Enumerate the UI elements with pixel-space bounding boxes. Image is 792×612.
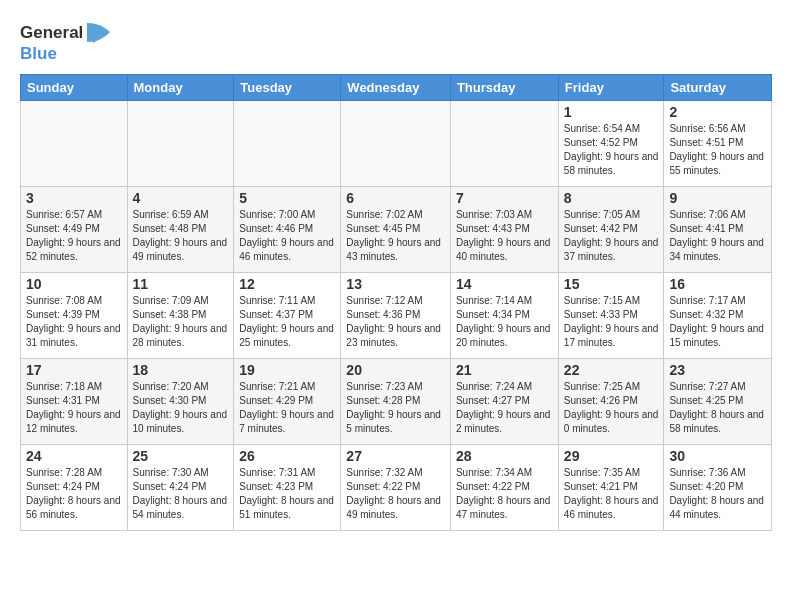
calendar-header-row: Sunday Monday Tuesday Wednesday Thursday… (21, 75, 772, 101)
col-monday: Monday (127, 75, 234, 101)
day-info: Sunrise: 7:31 AMSunset: 4:23 PMDaylight:… (239, 466, 335, 522)
day-number: 13 (346, 276, 445, 292)
day-info: Sunrise: 7:08 AMSunset: 4:39 PMDaylight:… (26, 294, 122, 350)
calendar-cell: 15Sunrise: 7:15 AMSunset: 4:33 PMDayligh… (558, 273, 664, 359)
calendar-cell: 13Sunrise: 7:12 AMSunset: 4:36 PMDayligh… (341, 273, 451, 359)
calendar-cell: 24Sunrise: 7:28 AMSunset: 4:24 PMDayligh… (21, 445, 128, 531)
day-info: Sunrise: 7:32 AMSunset: 4:22 PMDaylight:… (346, 466, 445, 522)
calendar-cell: 11Sunrise: 7:09 AMSunset: 4:38 PMDayligh… (127, 273, 234, 359)
day-info: Sunrise: 7:28 AMSunset: 4:24 PMDaylight:… (26, 466, 122, 522)
day-info: Sunrise: 7:15 AMSunset: 4:33 PMDaylight:… (564, 294, 659, 350)
calendar-week-row: 17Sunrise: 7:18 AMSunset: 4:31 PMDayligh… (21, 359, 772, 445)
calendar-week-row: 1Sunrise: 6:54 AMSunset: 4:52 PMDaylight… (21, 101, 772, 187)
day-number: 12 (239, 276, 335, 292)
day-number: 15 (564, 276, 659, 292)
calendar-wrapper: Sunday Monday Tuesday Wednesday Thursday… (0, 74, 792, 531)
logo: General Blue (20, 18, 115, 64)
calendar-cell: 1Sunrise: 6:54 AMSunset: 4:52 PMDaylight… (558, 101, 664, 187)
day-number: 10 (26, 276, 122, 292)
calendar-cell (234, 101, 341, 187)
calendar-cell: 21Sunrise: 7:24 AMSunset: 4:27 PMDayligh… (450, 359, 558, 445)
day-number: 9 (669, 190, 766, 206)
calendar-cell (450, 101, 558, 187)
calendar-cell: 7Sunrise: 7:03 AMSunset: 4:43 PMDaylight… (450, 187, 558, 273)
logo-text-line1: General (20, 23, 83, 43)
day-number: 29 (564, 448, 659, 464)
day-number: 19 (239, 362, 335, 378)
day-number: 22 (564, 362, 659, 378)
day-info: Sunrise: 6:59 AMSunset: 4:48 PMDaylight:… (133, 208, 229, 264)
col-friday: Friday (558, 75, 664, 101)
day-number: 5 (239, 190, 335, 206)
calendar-cell (21, 101, 128, 187)
day-info: Sunrise: 6:54 AMSunset: 4:52 PMDaylight:… (564, 122, 659, 178)
col-wednesday: Wednesday (341, 75, 451, 101)
day-number: 2 (669, 104, 766, 120)
day-number: 25 (133, 448, 229, 464)
day-number: 26 (239, 448, 335, 464)
day-info: Sunrise: 7:36 AMSunset: 4:20 PMDaylight:… (669, 466, 766, 522)
day-number: 4 (133, 190, 229, 206)
day-number: 24 (26, 448, 122, 464)
day-number: 28 (456, 448, 553, 464)
col-sunday: Sunday (21, 75, 128, 101)
day-number: 11 (133, 276, 229, 292)
logo-arrow-icon (85, 18, 115, 48)
calendar-cell: 23Sunrise: 7:27 AMSunset: 4:25 PMDayligh… (664, 359, 772, 445)
calendar-cell: 27Sunrise: 7:32 AMSunset: 4:22 PMDayligh… (341, 445, 451, 531)
calendar-cell: 17Sunrise: 7:18 AMSunset: 4:31 PMDayligh… (21, 359, 128, 445)
day-number: 7 (456, 190, 553, 206)
calendar-cell: 6Sunrise: 7:02 AMSunset: 4:45 PMDaylight… (341, 187, 451, 273)
day-info: Sunrise: 7:18 AMSunset: 4:31 PMDaylight:… (26, 380, 122, 436)
day-info: Sunrise: 7:14 AMSunset: 4:34 PMDaylight:… (456, 294, 553, 350)
calendar-cell: 26Sunrise: 7:31 AMSunset: 4:23 PMDayligh… (234, 445, 341, 531)
col-saturday: Saturday (664, 75, 772, 101)
calendar-cell: 29Sunrise: 7:35 AMSunset: 4:21 PMDayligh… (558, 445, 664, 531)
page-header: General Blue (0, 0, 792, 74)
day-number: 17 (26, 362, 122, 378)
calendar-cell: 25Sunrise: 7:30 AMSunset: 4:24 PMDayligh… (127, 445, 234, 531)
day-info: Sunrise: 7:27 AMSunset: 4:25 PMDaylight:… (669, 380, 766, 436)
col-tuesday: Tuesday (234, 75, 341, 101)
day-info: Sunrise: 7:05 AMSunset: 4:42 PMDaylight:… (564, 208, 659, 264)
calendar-cell: 10Sunrise: 7:08 AMSunset: 4:39 PMDayligh… (21, 273, 128, 359)
calendar-cell: 28Sunrise: 7:34 AMSunset: 4:22 PMDayligh… (450, 445, 558, 531)
day-number: 30 (669, 448, 766, 464)
day-info: Sunrise: 7:17 AMSunset: 4:32 PMDaylight:… (669, 294, 766, 350)
calendar-week-row: 3Sunrise: 6:57 AMSunset: 4:49 PMDaylight… (21, 187, 772, 273)
logo-text-line2: Blue (20, 44, 57, 64)
day-info: Sunrise: 7:03 AMSunset: 4:43 PMDaylight:… (456, 208, 553, 264)
day-info: Sunrise: 7:21 AMSunset: 4:29 PMDaylight:… (239, 380, 335, 436)
day-number: 8 (564, 190, 659, 206)
day-number: 21 (456, 362, 553, 378)
day-info: Sunrise: 7:02 AMSunset: 4:45 PMDaylight:… (346, 208, 445, 264)
day-info: Sunrise: 7:24 AMSunset: 4:27 PMDaylight:… (456, 380, 553, 436)
calendar-cell: 5Sunrise: 7:00 AMSunset: 4:46 PMDaylight… (234, 187, 341, 273)
calendar-week-row: 10Sunrise: 7:08 AMSunset: 4:39 PMDayligh… (21, 273, 772, 359)
day-number: 16 (669, 276, 766, 292)
day-info: Sunrise: 6:57 AMSunset: 4:49 PMDaylight:… (26, 208, 122, 264)
day-number: 14 (456, 276, 553, 292)
day-info: Sunrise: 7:23 AMSunset: 4:28 PMDaylight:… (346, 380, 445, 436)
calendar-table: Sunday Monday Tuesday Wednesday Thursday… (20, 74, 772, 531)
day-number: 27 (346, 448, 445, 464)
day-number: 3 (26, 190, 122, 206)
calendar-cell (127, 101, 234, 187)
calendar-cell: 2Sunrise: 6:56 AMSunset: 4:51 PMDaylight… (664, 101, 772, 187)
day-info: Sunrise: 7:34 AMSunset: 4:22 PMDaylight:… (456, 466, 553, 522)
day-info: Sunrise: 6:56 AMSunset: 4:51 PMDaylight:… (669, 122, 766, 178)
day-info: Sunrise: 7:11 AMSunset: 4:37 PMDaylight:… (239, 294, 335, 350)
day-info: Sunrise: 7:09 AMSunset: 4:38 PMDaylight:… (133, 294, 229, 350)
day-info: Sunrise: 7:30 AMSunset: 4:24 PMDaylight:… (133, 466, 229, 522)
day-number: 20 (346, 362, 445, 378)
calendar-cell: 8Sunrise: 7:05 AMSunset: 4:42 PMDaylight… (558, 187, 664, 273)
calendar-cell (341, 101, 451, 187)
calendar-cell: 9Sunrise: 7:06 AMSunset: 4:41 PMDaylight… (664, 187, 772, 273)
calendar-cell: 16Sunrise: 7:17 AMSunset: 4:32 PMDayligh… (664, 273, 772, 359)
calendar-cell: 14Sunrise: 7:14 AMSunset: 4:34 PMDayligh… (450, 273, 558, 359)
calendar-cell: 20Sunrise: 7:23 AMSunset: 4:28 PMDayligh… (341, 359, 451, 445)
day-info: Sunrise: 7:35 AMSunset: 4:21 PMDaylight:… (564, 466, 659, 522)
day-number: 18 (133, 362, 229, 378)
day-info: Sunrise: 7:06 AMSunset: 4:41 PMDaylight:… (669, 208, 766, 264)
calendar-cell: 19Sunrise: 7:21 AMSunset: 4:29 PMDayligh… (234, 359, 341, 445)
